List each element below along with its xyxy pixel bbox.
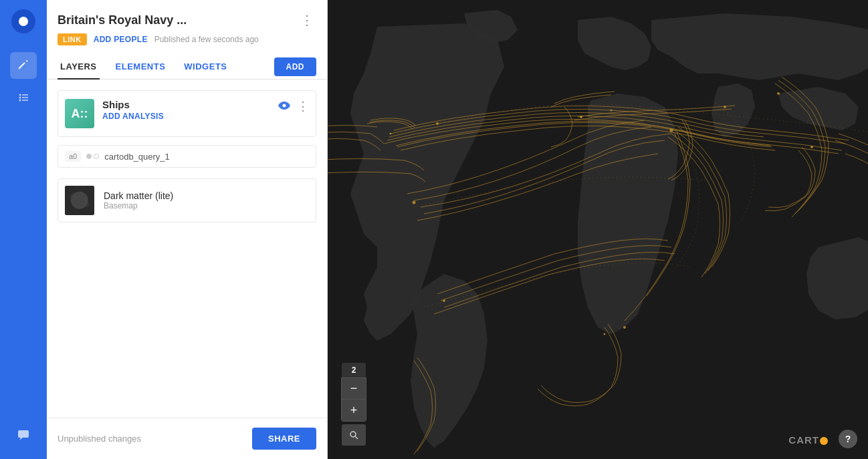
layer-name: Ships (102, 99, 278, 110)
svg-point-14 (436, 122, 439, 125)
side-panel: Britain's Royal Navy ... ⋮ LINK ADD PEOP… (47, 0, 328, 459)
tab-elements[interactable]: ELEMENTS (113, 55, 169, 80)
title-row: Britain's Royal Navy ... ⋮ (58, 12, 316, 28)
map-area[interactable]: 2 − + CART ? (328, 0, 868, 459)
svg-point-17 (611, 110, 613, 112)
zoom-buttons: − + (341, 377, 366, 422)
svg-rect-6 (18, 430, 29, 438)
add-analysis-link[interactable]: ADD ANALYSIS (102, 112, 278, 121)
svg-point-16 (580, 116, 582, 118)
basemap-thumbnail (65, 186, 94, 215)
basemap-item[interactable]: Dark matter (lite) Basemap (58, 178, 316, 222)
sidebar (0, 0, 47, 459)
basemap-name: Dark matter (lite) (104, 190, 173, 201)
carto-logo-icon[interactable] (11, 9, 35, 33)
svg-point-24 (443, 299, 445, 302)
map-controls: 2 − + (341, 363, 366, 446)
carto-dot-icon (820, 437, 828, 445)
layer-info: Ships ADD ANALYSIS (102, 99, 278, 121)
svg-point-21 (810, 146, 813, 148)
circle-1 (86, 154, 92, 159)
search-map-button[interactable] (342, 424, 366, 446)
panel-content: A:: Ships ADD ANALYSIS ⋮ a0 (47, 80, 327, 418)
svg-point-12 (83, 202, 90, 207)
query-badge: a0 (65, 151, 81, 162)
svg-point-20 (777, 92, 780, 95)
filter-icon[interactable] (10, 84, 37, 111)
zoom-out-button[interactable]: − (342, 378, 366, 400)
add-button[interactable]: ADD (274, 57, 317, 76)
zoom-level-badge: 2 (342, 363, 366, 377)
carto-brand: CART (788, 434, 828, 446)
tabs-bar: LAYERS ELEMENTS WIDGETS ADD (47, 55, 327, 80)
circle-2 (94, 154, 99, 159)
layer-item-ships: A:: Ships ADD ANALYSIS ⋮ (58, 90, 316, 137)
panel-title: Britain's Royal Navy ... (58, 13, 187, 27)
svg-point-13 (413, 201, 416, 204)
unpublished-changes-label: Unpublished changes (58, 434, 141, 444)
panel-more-button[interactable]: ⋮ (298, 12, 316, 28)
svg-marker-7 (19, 438, 23, 440)
svg-point-0 (19, 94, 21, 96)
chat-icon[interactable] (10, 422, 37, 448)
help-button[interactable]: ? (839, 430, 857, 448)
svg-point-19 (724, 106, 726, 108)
tab-widgets[interactable]: WIDGETS (181, 55, 229, 80)
svg-point-2 (19, 100, 21, 102)
svg-point-10 (72, 194, 88, 207)
svg-point-8 (283, 104, 286, 108)
panel-header: Britain's Royal Navy ... ⋮ LINK ADD PEOP… (47, 0, 327, 55)
svg-rect-9 (65, 186, 94, 215)
layer-actions: ⋮ (278, 99, 309, 114)
svg-point-11 (70, 193, 78, 200)
panel-meta: LINK ADD PEOPLE Published a few seconds … (58, 33, 316, 45)
basemap-type: Basemap (104, 201, 173, 210)
query-circles-icon (86, 154, 99, 159)
panel-footer: Unpublished changes SHARE (47, 418, 327, 459)
query-name: cartodb_query_1 (104, 152, 309, 162)
link-badge[interactable]: LINK (58, 33, 87, 45)
add-people-button[interactable]: ADD PEOPLE (94, 35, 148, 44)
svg-point-23 (604, 333, 606, 335)
query-row[interactable]: a0 cartodb_query_1 (58, 145, 316, 168)
published-status: Published a few seconds ago (154, 35, 259, 44)
svg-point-18 (670, 129, 673, 132)
basemap-info: Dark matter (lite) Basemap (104, 190, 173, 210)
share-button[interactable]: SHARE (252, 428, 316, 450)
sidebar-bottom (10, 422, 37, 459)
svg-point-22 (623, 326, 626, 329)
zoom-in-button[interactable]: + (342, 400, 366, 421)
carto-text: CART (788, 434, 819, 446)
layer-more-icon[interactable]: ⋮ (297, 99, 309, 114)
layer-icon: A:: (65, 99, 94, 128)
edit-icon[interactable] (10, 52, 37, 79)
svg-line-26 (355, 436, 358, 439)
visibility-toggle-icon[interactable] (278, 100, 290, 112)
svg-point-1 (19, 97, 21, 99)
tab-layers[interactable]: LAYERS (58, 55, 100, 80)
svg-point-25 (350, 432, 356, 437)
logo-dot (19, 17, 28, 26)
svg-point-15 (390, 133, 392, 135)
map-visualization (328, 0, 868, 459)
